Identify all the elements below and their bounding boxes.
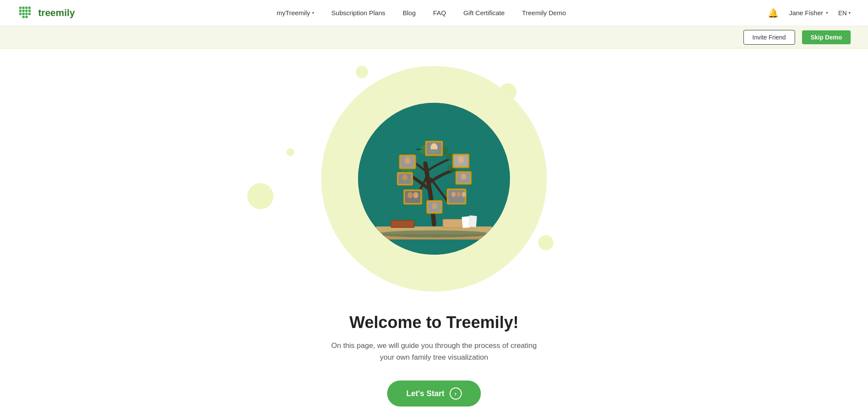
svg-rect-53 xyxy=(391,221,414,227)
logo-label: treemily xyxy=(38,7,75,19)
svg-point-1 xyxy=(22,7,25,9)
svg-rect-45 xyxy=(448,190,465,203)
svg-point-39 xyxy=(461,174,466,180)
svg-point-4 xyxy=(19,10,22,12)
language-selector[interactable]: EN ▾ xyxy=(838,10,851,16)
chevron-down-icon: ▾ xyxy=(312,10,314,15)
svg-rect-41 xyxy=(405,191,421,203)
svg-point-36 xyxy=(402,174,408,180)
lang-chevron-icon: ▾ xyxy=(848,10,851,15)
skip-demo-button[interactable]: Skip Demo xyxy=(802,30,851,44)
svg-rect-27 xyxy=(431,149,437,153)
svg-point-13 xyxy=(25,16,28,18)
nav-faq[interactable]: FAQ xyxy=(433,9,446,16)
user-chevron-icon: ▾ xyxy=(826,10,828,15)
main-content: Welcome to Treemily! On this page, we wi… xyxy=(0,49,868,410)
svg-point-3 xyxy=(28,7,31,9)
svg-point-9 xyxy=(22,13,25,15)
nav-my-treemily[interactable]: myTreemily ▾ xyxy=(277,9,314,16)
logo-icon xyxy=(17,5,34,21)
welcome-title: Welcome to Treemily! xyxy=(349,313,519,332)
bell-icon[interactable]: 🔔 xyxy=(768,8,779,18)
family-tree-scene xyxy=(358,103,510,255)
welcome-subtitle: On this page, we will guide you through … xyxy=(326,340,542,363)
svg-point-7 xyxy=(28,10,31,12)
main-nav: myTreemily ▾ Subscription Plans Blog FAQ… xyxy=(277,9,566,16)
bubble-2 xyxy=(286,148,294,156)
bubble-6 xyxy=(538,235,553,250)
hero-circle-inner xyxy=(358,103,510,255)
svg-point-6 xyxy=(25,10,28,12)
svg-point-51 xyxy=(432,203,437,209)
lets-start-button[interactable]: Let's Start › xyxy=(387,380,480,407)
svg-rect-57 xyxy=(468,215,477,227)
nav-gift-certificate[interactable]: Gift Certificate xyxy=(464,9,505,16)
demo-banner: Invite Friend Skip Demo xyxy=(0,26,868,49)
svg-point-43 xyxy=(413,192,418,198)
svg-point-48 xyxy=(462,192,466,197)
svg-point-0 xyxy=(19,7,22,9)
svg-point-42 xyxy=(408,192,413,198)
logo[interactable]: treemily xyxy=(17,5,75,21)
nav-treemily-demo[interactable]: Treemily Demo xyxy=(522,9,566,16)
user-name: Jane Fisher xyxy=(789,9,823,16)
svg-point-5 xyxy=(22,10,25,12)
svg-point-11 xyxy=(28,13,31,15)
svg-point-2 xyxy=(25,7,28,9)
arrow-circle-icon: › xyxy=(450,387,462,400)
bubble-1 xyxy=(356,66,368,78)
header: treemily myTreemily ▾ Subscription Plans… xyxy=(0,0,868,26)
svg-point-47 xyxy=(457,192,461,197)
bubble-3 xyxy=(247,183,273,209)
svg-point-10 xyxy=(25,13,28,15)
svg-point-30 xyxy=(404,157,411,164)
invite-friend-button[interactable]: Invite Friend xyxy=(743,30,795,45)
svg-point-12 xyxy=(22,16,25,18)
nav-subscription-plans[interactable]: Subscription Plans xyxy=(332,9,385,16)
user-menu[interactable]: Jane Fisher ▾ xyxy=(789,9,828,16)
svg-point-58 xyxy=(378,230,490,237)
svg-point-33 xyxy=(458,156,464,163)
header-right: 🔔 Jane Fisher ▾ EN ▾ xyxy=(768,8,851,18)
hero-circle-outer xyxy=(321,66,547,292)
svg-point-46 xyxy=(451,192,456,197)
svg-point-8 xyxy=(19,13,22,15)
nav-blog[interactable]: Blog xyxy=(403,9,416,16)
